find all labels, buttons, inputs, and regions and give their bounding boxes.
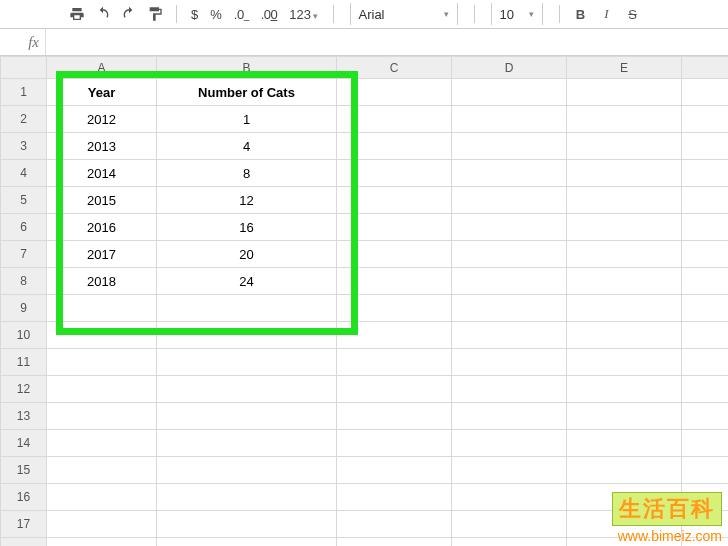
row-header-16[interactable]: 16: [1, 484, 47, 511]
cell[interactable]: [567, 349, 682, 376]
italic-button[interactable]: I: [594, 2, 620, 26]
row-header-9[interactable]: 9: [1, 295, 47, 322]
row-header-4[interactable]: 4: [1, 160, 47, 187]
cell[interactable]: [157, 511, 337, 538]
cell[interactable]: [682, 214, 729, 241]
cell[interactable]: 4: [157, 133, 337, 160]
column-header-blank[interactable]: [682, 57, 729, 79]
cell[interactable]: [452, 538, 567, 547]
cell[interactable]: [452, 349, 567, 376]
cell[interactable]: [567, 187, 682, 214]
cell[interactable]: [682, 160, 729, 187]
cell[interactable]: [452, 430, 567, 457]
row-header-18[interactable]: 18: [1, 538, 47, 547]
bold-button[interactable]: B: [568, 2, 594, 26]
cell[interactable]: [682, 457, 729, 484]
decrease-decimal-button[interactable]: .0_: [228, 7, 255, 22]
row-header-2[interactable]: 2: [1, 106, 47, 133]
cell[interactable]: [157, 484, 337, 511]
cell[interactable]: [567, 160, 682, 187]
font-family-select[interactable]: Arial ▾: [350, 3, 458, 25]
cell[interactable]: [157, 457, 337, 484]
column-header-A[interactable]: A: [47, 57, 157, 79]
percent-button[interactable]: %: [204, 7, 228, 22]
cell[interactable]: [682, 79, 729, 106]
cell[interactable]: [452, 295, 567, 322]
row-header-10[interactable]: 10: [1, 322, 47, 349]
row-header-11[interactable]: 11: [1, 349, 47, 376]
cell[interactable]: [567, 403, 682, 430]
row-header-17[interactable]: 17: [1, 511, 47, 538]
cell[interactable]: [337, 511, 452, 538]
cell[interactable]: [567, 295, 682, 322]
cell[interactable]: [452, 79, 567, 106]
cell[interactable]: [337, 79, 452, 106]
cell[interactable]: [337, 376, 452, 403]
cell[interactable]: 8: [157, 160, 337, 187]
cell[interactable]: [682, 376, 729, 403]
cell[interactable]: [682, 295, 729, 322]
row-header-7[interactable]: 7: [1, 241, 47, 268]
cell[interactable]: 2013: [47, 133, 157, 160]
cell[interactable]: [452, 457, 567, 484]
cell[interactable]: 16: [157, 214, 337, 241]
cell[interactable]: [682, 403, 729, 430]
row-header-14[interactable]: 14: [1, 430, 47, 457]
cell[interactable]: [682, 187, 729, 214]
cell[interactable]: 2012: [47, 106, 157, 133]
currency-button[interactable]: $: [185, 7, 204, 22]
cell[interactable]: [47, 403, 157, 430]
cell[interactable]: [157, 349, 337, 376]
cell[interactable]: 2015: [47, 187, 157, 214]
cell[interactable]: [567, 430, 682, 457]
cell[interactable]: [337, 187, 452, 214]
row-header-8[interactable]: 8: [1, 268, 47, 295]
cell[interactable]: 2014: [47, 160, 157, 187]
cell[interactable]: [682, 241, 729, 268]
cell[interactable]: [567, 79, 682, 106]
redo-icon[interactable]: [116, 2, 142, 26]
row-header-5[interactable]: 5: [1, 187, 47, 214]
cell[interactable]: 2018: [47, 268, 157, 295]
cell[interactable]: [452, 403, 567, 430]
row-header-13[interactable]: 13: [1, 403, 47, 430]
cell[interactable]: [452, 160, 567, 187]
cell[interactable]: [47, 457, 157, 484]
strikethrough-button[interactable]: S: [620, 2, 646, 26]
cell[interactable]: [337, 430, 452, 457]
cell[interactable]: 1: [157, 106, 337, 133]
row-header-15[interactable]: 15: [1, 457, 47, 484]
cell[interactable]: [337, 295, 452, 322]
cell[interactable]: [157, 322, 337, 349]
cell[interactable]: [567, 106, 682, 133]
cell[interactable]: [567, 376, 682, 403]
cell[interactable]: 20: [157, 241, 337, 268]
cell[interactable]: [337, 403, 452, 430]
row-header-12[interactable]: 12: [1, 376, 47, 403]
cell[interactable]: [337, 241, 452, 268]
cell[interactable]: [47, 295, 157, 322]
cell[interactable]: [47, 430, 157, 457]
cell[interactable]: [567, 268, 682, 295]
cell[interactable]: [157, 430, 337, 457]
cell[interactable]: [337, 268, 452, 295]
row-header-6[interactable]: 6: [1, 214, 47, 241]
cell[interactable]: [337, 133, 452, 160]
cell[interactable]: [337, 106, 452, 133]
cell[interactable]: [47, 322, 157, 349]
cell[interactable]: Number of Cats: [157, 79, 337, 106]
print-icon[interactable]: [64, 2, 90, 26]
cell[interactable]: [337, 457, 452, 484]
column-header-E[interactable]: E: [567, 57, 682, 79]
cell[interactable]: [452, 511, 567, 538]
cell[interactable]: [682, 106, 729, 133]
row-header-3[interactable]: 3: [1, 133, 47, 160]
grid[interactable]: A B C D E 1YearNumber of Cats22012132013…: [0, 56, 728, 546]
cell[interactable]: [337, 484, 452, 511]
cell[interactable]: [567, 241, 682, 268]
cell[interactable]: [337, 322, 452, 349]
column-header-D[interactable]: D: [452, 57, 567, 79]
cell[interactable]: [567, 322, 682, 349]
cell[interactable]: [452, 322, 567, 349]
cell[interactable]: 2016: [47, 214, 157, 241]
